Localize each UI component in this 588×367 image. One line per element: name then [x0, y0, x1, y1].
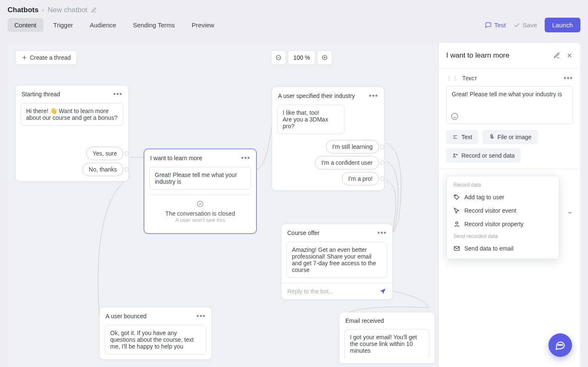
- breadcrumb-parent[interactable]: Chatbots: [8, 6, 39, 14]
- panel-title: I want to learn more: [446, 51, 509, 60]
- pencil-icon[interactable]: [554, 52, 560, 59]
- pencil-icon[interactable]: [91, 7, 97, 13]
- card-starting-thread[interactable]: Starting thread ••• Hi there! 👋 Want to …: [15, 85, 129, 182]
- tab-content[interactable]: Content: [8, 18, 43, 32]
- zoom-value: 100 %: [288, 50, 315, 65]
- card-industry[interactable]: A user specified their industry ••• I li…: [272, 87, 384, 191]
- card-title: A user specified their industry: [278, 92, 355, 99]
- chevron-right-icon: ›: [42, 6, 45, 14]
- close-icon[interactable]: [566, 52, 573, 59]
- chip-file[interactable]: File or image: [482, 130, 538, 144]
- grip-icon[interactable]: ⋮⋮: [446, 75, 458, 82]
- more-icon[interactable]: •••: [377, 229, 387, 237]
- more-icon[interactable]: •••: [564, 74, 573, 82]
- message-textarea[interactable]: Great! Please tell me what your industry…: [446, 86, 573, 124]
- dropdown-group-label: Send recorded data: [447, 231, 559, 242]
- tabs: Content Trigger Audience Sending Terms P…: [8, 18, 221, 32]
- card-title: A user bounced: [106, 313, 146, 319]
- dd-record-property[interactable]: Record visitor property: [447, 217, 559, 231]
- reply-input[interactable]: Reply to the bot...: [287, 288, 334, 295]
- test-link[interactable]: Test: [485, 21, 506, 29]
- svg-point-9: [558, 344, 559, 345]
- create-thread-button[interactable]: Create a thread: [15, 50, 77, 65]
- reply-confident[interactable]: I'm a confident user: [315, 156, 379, 169]
- plus-circle-icon: [322, 55, 328, 61]
- user-icon: [453, 221, 460, 227]
- more-icon[interactable]: •••: [241, 154, 250, 162]
- card-email-received[interactable]: Email received I got your email! You'll …: [339, 312, 435, 364]
- record-dropdown: Record data Add tag to user Record visit…: [446, 176, 559, 259]
- message-bubble: Hi there! 👋 Want to learn more about our…: [21, 103, 123, 126]
- chevron-down-icon[interactable]: [567, 210, 573, 216]
- text-icon: [452, 134, 458, 140]
- check-circle-icon: [196, 200, 204, 208]
- reply-learning[interactable]: I'm still learning: [326, 140, 379, 153]
- data-icon: [452, 153, 458, 158]
- tab-audience[interactable]: Audience: [83, 18, 123, 32]
- tab-preview[interactable]: Preview: [185, 18, 221, 32]
- message-bubble: I like that, too! Are you a 3DMax pro?: [277, 105, 344, 134]
- zoom-out-button[interactable]: [271, 50, 286, 65]
- more-icon[interactable]: •••: [113, 90, 122, 98]
- card-title: Email received: [345, 317, 384, 324]
- canvas[interactable]: Create a thread 100 % Configure Starting…: [8, 43, 580, 367]
- card-course-offer[interactable]: Course offer ••• Amazing! Get an even be…: [281, 224, 393, 300]
- message-bubble: Ok, got it. If you have any questions ab…: [105, 325, 207, 354]
- cursor-icon: [453, 207, 460, 214]
- send-icon[interactable]: [379, 288, 387, 295]
- svg-point-10: [560, 344, 561, 345]
- check-icon: [514, 22, 520, 29]
- plus-icon: [21, 55, 27, 61]
- card-title: Starting thread: [21, 91, 60, 98]
- reply-yes[interactable]: Yes, sure: [86, 147, 123, 160]
- chip-text[interactable]: Text: [446, 130, 478, 144]
- tag-icon: [453, 194, 460, 201]
- closed-subtext: A user won't see this: [149, 217, 251, 223]
- card-bounced[interactable]: A user bounced ••• Ok, got it. If you ha…: [99, 307, 212, 360]
- dropdown-group-label: Record data: [447, 180, 559, 190]
- dd-send-email[interactable]: Send data to email: [447, 242, 559, 255]
- paperclip-icon: [488, 134, 494, 140]
- zoom-in-button[interactable]: [317, 50, 332, 65]
- reply-pro[interactable]: I'm a pro!: [342, 172, 379, 185]
- more-icon[interactable]: •••: [196, 312, 206, 320]
- breadcrumb-current: New chatbot: [48, 6, 87, 14]
- save-link[interactable]: Save: [514, 21, 537, 29]
- tab-trigger[interactable]: Trigger: [47, 18, 80, 32]
- tab-sending-terms[interactable]: Sending Terms: [126, 18, 182, 32]
- svg-point-5: [454, 154, 456, 156]
- chip-record[interactable]: Record or send data: [446, 148, 521, 163]
- side-panel: I want to learn more ⋮⋮ Текст ••• Great!…: [438, 43, 580, 367]
- svg-point-3: [197, 201, 203, 207]
- dd-add-tag[interactable]: Add tag to user: [447, 190, 559, 204]
- breadcrumb: Chatbots › New chatbot: [8, 6, 580, 14]
- dd-record-event[interactable]: Record visitor event: [447, 204, 559, 217]
- svg-point-11: [562, 344, 562, 345]
- chat-bubble-icon: [555, 340, 566, 351]
- card-learn-more[interactable]: I want to learn more ••• Great! Please t…: [144, 149, 257, 234]
- zoom-group: 100 %: [271, 50, 332, 65]
- emoji-icon[interactable]: [451, 113, 458, 120]
- svg-point-6: [455, 195, 456, 196]
- section-label: Текст: [462, 75, 477, 82]
- chat-icon: [485, 22, 492, 29]
- closed-text: The conversation is closed: [149, 210, 251, 217]
- svg-point-7: [456, 222, 458, 224]
- card-title: I want to learn more: [150, 155, 202, 161]
- reply-no[interactable]: No, thanks: [82, 163, 123, 176]
- minus-circle-icon: [275, 55, 281, 61]
- more-icon[interactable]: •••: [369, 92, 378, 100]
- card-title: Course offer: [287, 230, 320, 236]
- launch-button[interactable]: Launch: [545, 18, 580, 32]
- message-bubble: Amazing! Get an even better professional…: [286, 242, 387, 278]
- message-bubble: I got your email! You'll get the course …: [344, 329, 429, 358]
- mail-icon: [453, 245, 460, 252]
- message-bubble: Great! Please tell me what your industry…: [149, 167, 251, 190]
- chat-fab[interactable]: [548, 333, 572, 357]
- svg-point-4: [452, 114, 458, 120]
